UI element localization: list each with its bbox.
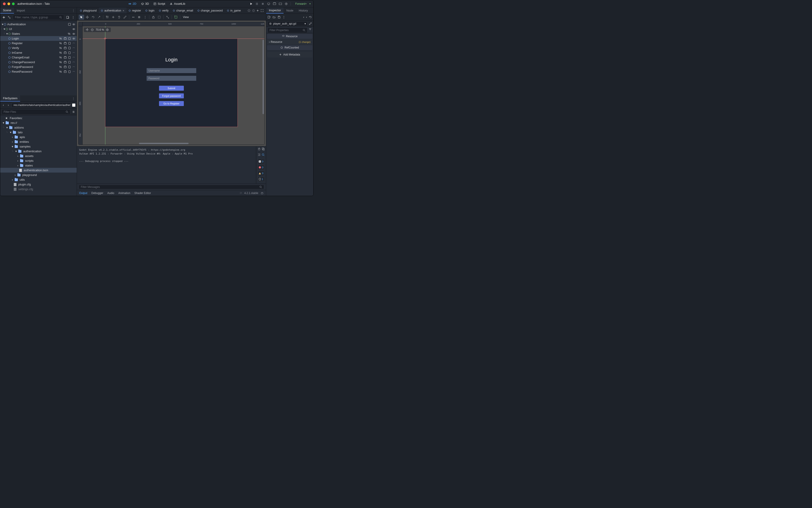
visibility-icon[interactable] xyxy=(72,56,75,59)
scene-tab[interactable]: authentication× xyxy=(99,7,127,13)
viewport-2d[interactable]: 0 250 500 750 1000 1150 0 250 500 750 xyxy=(78,22,265,145)
goto-register-button[interactable]: Go to Register xyxy=(159,101,184,106)
nav-forward-icon[interactable]: › xyxy=(6,103,10,107)
fs-row-scripts[interactable]: ›scripts xyxy=(0,158,77,163)
filter-options-icon[interactable] xyxy=(308,28,312,31)
output-log[interactable]: Godot Engine v4.2.1.stable.official.b09f… xyxy=(77,146,256,184)
inspector-options-icon[interactable]: ⋮ xyxy=(283,15,285,19)
save-resource-icon[interactable] xyxy=(277,15,281,19)
script-icon[interactable] xyxy=(68,23,71,26)
visibility-icon[interactable] xyxy=(72,37,75,40)
add-tab-icon[interactable]: + xyxy=(257,9,259,13)
tab-history[interactable]: History xyxy=(296,7,311,13)
username-input[interactable]: Username xyxy=(146,68,196,73)
next-scene-icon[interactable] xyxy=(252,9,255,12)
warning-count-badge[interactable]: 0 xyxy=(258,171,265,176)
fs-row-playground[interactable]: ›playground xyxy=(0,173,77,177)
visibility-icon[interactable] xyxy=(72,28,75,31)
fs-row-entities[interactable]: ›entities xyxy=(0,139,77,144)
scale-tool-icon[interactable] xyxy=(96,15,102,19)
filter-messages-input[interactable]: Filter Messages xyxy=(79,185,264,189)
tab-import[interactable]: Import xyxy=(14,7,28,13)
filesystem-tree[interactable]: ★Favorites: ▾res:// └▾addons └▾talo ›api… xyxy=(0,115,77,196)
visibility-icon[interactable] xyxy=(72,46,75,50)
pan-tool-icon[interactable] xyxy=(116,15,122,19)
scene-tab[interactable]: register xyxy=(127,7,143,13)
percent-icon[interactable]: % xyxy=(59,51,62,54)
fs-row-assets[interactable]: ›assets xyxy=(0,154,77,158)
tree-row-state[interactable]: InGame% xyxy=(0,50,77,55)
maximize-window-button[interactable] xyxy=(12,2,15,5)
file-preview-icon[interactable] xyxy=(72,103,75,107)
script-icon[interactable] xyxy=(68,42,71,45)
skeleton-icon[interactable] xyxy=(165,15,170,19)
visibility-icon[interactable] xyxy=(72,42,75,45)
tree-row-states[interactable]: └▾ States % xyxy=(0,31,77,36)
filesystem-filter-input[interactable]: Filter Files xyxy=(2,109,70,115)
visibility-icon[interactable] xyxy=(72,70,75,73)
inspector-filter-input[interactable]: Filter Properties xyxy=(267,28,307,33)
workspace-assetlib[interactable]: AssetLib xyxy=(168,1,187,6)
script-icon[interactable] xyxy=(68,61,71,64)
zoom-in-icon[interactable] xyxy=(106,28,109,31)
percent-icon[interactable]: % xyxy=(59,56,62,59)
load-resource-icon[interactable] xyxy=(272,15,275,19)
anchor-preset-icon[interactable] xyxy=(173,15,179,19)
zoom-level[interactable]: 70.6 % xyxy=(96,28,104,31)
snap-options-icon[interactable]: ⋮ xyxy=(142,15,148,19)
renderer-dropdown[interactable]: Forward+ xyxy=(295,2,307,5)
scene-tree-options-icon[interactable]: ⋮ xyxy=(71,15,75,19)
scrollbar-horizontal[interactable] xyxy=(139,143,188,144)
close-window-button[interactable] xyxy=(3,2,6,5)
resource-path-dropdown[interactable]: player_auth_api.gd ▾ xyxy=(267,21,307,26)
instance-icon[interactable] xyxy=(63,56,67,59)
new-resource-icon[interactable] xyxy=(267,15,271,19)
scene-tab[interactable]: login xyxy=(143,7,157,13)
scene-tab[interactable]: change_password xyxy=(195,7,225,13)
instance-icon[interactable] xyxy=(63,61,67,64)
visibility-icon[interactable] xyxy=(72,66,75,69)
clear-output-icon[interactable] xyxy=(258,147,261,151)
smart-snap-icon[interactable] xyxy=(131,15,136,19)
group-icon[interactable] xyxy=(157,15,162,19)
add-node-icon[interactable] xyxy=(2,15,6,19)
forgot-password-button[interactable]: Forgot password xyxy=(159,93,184,98)
tree-row-state[interactable]: ForgotPassword% xyxy=(0,65,77,69)
minimize-window-button[interactable] xyxy=(7,2,10,5)
fs-row-states[interactable]: ›states xyxy=(0,163,77,168)
scene-tab[interactable]: verify xyxy=(157,7,171,13)
visibility-icon[interactable] xyxy=(72,51,75,54)
percent-icon[interactable]: % xyxy=(68,32,71,35)
scene-tab[interactable]: change_email xyxy=(171,7,195,13)
workspace-3d[interactable]: 3D xyxy=(139,1,151,6)
ruler-tool-icon[interactable] xyxy=(122,15,128,19)
tab-scene[interactable]: Scene xyxy=(0,7,14,13)
script-icon[interactable] xyxy=(68,51,71,54)
instance-icon[interactable] xyxy=(63,37,67,40)
close-tab-icon[interactable]: × xyxy=(123,9,124,12)
tree-row-state[interactable]: ChangeEmail% xyxy=(0,55,77,60)
instance-scene-icon[interactable] xyxy=(7,15,11,19)
extend-script-icon[interactable] xyxy=(309,22,312,25)
fs-row-apis[interactable]: ›apis xyxy=(0,135,77,139)
move-tool-icon[interactable] xyxy=(85,15,90,19)
memory-icon[interactable] xyxy=(260,192,264,195)
play-custom-scene-icon[interactable] xyxy=(279,2,282,5)
scene-tree[interactable]: ▾ Authentication └▾ UI └▾ xyxy=(0,21,77,95)
visibility-icon[interactable] xyxy=(72,32,75,35)
tab-inspector[interactable]: Inspector xyxy=(266,7,284,13)
scene-tab[interactable]: playground xyxy=(78,7,99,13)
inspector-row-resource[interactable]: ›Resource (1 change) xyxy=(267,39,312,44)
submit-button[interactable]: Submit xyxy=(159,86,184,91)
zoom-reset-icon[interactable] xyxy=(86,28,89,31)
script-icon[interactable] xyxy=(68,46,71,50)
prev-scene-icon[interactable] xyxy=(248,9,250,12)
fs-row-authentication-tscn[interactable]: authentication.tscn xyxy=(0,168,77,173)
zoom-out-icon[interactable] xyxy=(91,28,94,31)
percent-icon[interactable]: % xyxy=(59,42,62,45)
inspector-section-resource[interactable]: Resource xyxy=(267,34,312,39)
tree-row-root[interactable]: ▾ Authentication xyxy=(0,22,77,27)
workspace-2d[interactable]: 2D xyxy=(127,1,138,6)
tree-row-state[interactable]: Register% xyxy=(0,41,77,46)
fs-favorites[interactable]: ★Favorites: xyxy=(0,116,77,121)
